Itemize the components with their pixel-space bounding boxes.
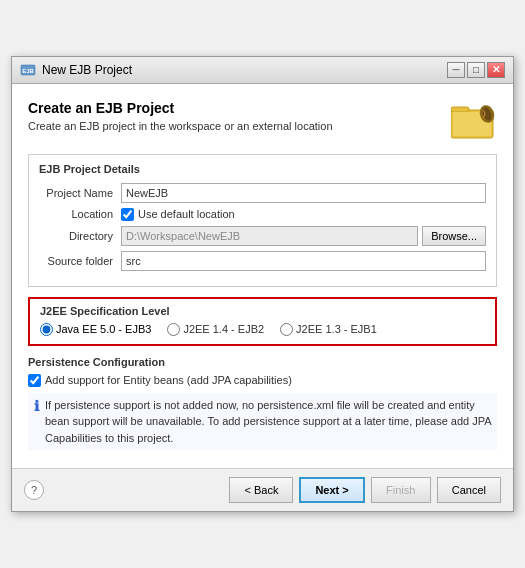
directory-row: Directory Browse... <box>39 226 486 246</box>
maximize-button[interactable]: □ <box>467 62 485 78</box>
j2ee-13-radio[interactable] <box>280 323 293 336</box>
title-bar: EJB New EJB Project ─ □ ✕ <box>12 57 513 84</box>
persistence-info-text: If persistence support is not added now,… <box>45 397 491 447</box>
ejb-icon: EJB <box>20 62 36 78</box>
info-icon: ℹ <box>34 398 39 414</box>
j2ee-14-radio[interactable] <box>167 323 180 336</box>
svg-rect-3 <box>451 107 469 112</box>
project-name-label: Project Name <box>39 187 121 199</box>
next-button[interactable]: Next > <box>299 477 364 503</box>
main-content: Create an EJB Project Create an EJB proj… <box>12 84 513 469</box>
j2ee-radio-group: Java EE 5.0 - EJB3 J2EE 1.4 - EJB2 J2EE … <box>40 323 485 336</box>
project-name-row: Project Name <box>39 183 486 203</box>
page-subtitle: Create an EJB project in the workspace o… <box>28 120 333 132</box>
persistence-checkbox[interactable] <box>28 374 41 387</box>
project-details-title: EJB Project Details <box>39 163 486 175</box>
footer-buttons: < Back Next > Finish Cancel <box>229 477 501 503</box>
j2ee-13-label: J2EE 1.3 - EJB1 <box>296 323 377 335</box>
title-bar-buttons: ─ □ ✕ <box>447 62 505 78</box>
j2ee-14-option: J2EE 1.4 - EJB2 <box>167 323 264 336</box>
close-button[interactable]: ✕ <box>487 62 505 78</box>
use-default-location-checkbox[interactable] <box>121 208 134 221</box>
back-button[interactable]: < Back <box>229 477 293 503</box>
directory-input[interactable] <box>121 226 418 246</box>
j2ee-ee5-option: Java EE 5.0 - EJB3 <box>40 323 151 336</box>
browse-button[interactable]: Browse... <box>422 226 486 246</box>
source-folder-input[interactable] <box>121 251 486 271</box>
title-bar-left: EJB New EJB Project <box>20 62 132 78</box>
persistence-checkbox-row: Add support for Entity beans (add JPA ca… <box>28 374 497 387</box>
j2ee-ee5-radio[interactable] <box>40 323 53 336</box>
source-folder-row: Source folder <box>39 251 486 271</box>
location-row: Location Use default location <box>39 208 486 221</box>
location-checkbox-row: Use default location <box>121 208 235 221</box>
footer: ? < Back Next > Finish Cancel <box>12 468 513 511</box>
help-button[interactable]: ? <box>24 480 44 500</box>
page-title: Create an EJB Project <box>28 100 333 116</box>
folder-icon <box>451 100 497 140</box>
minimize-button[interactable]: ─ <box>447 62 465 78</box>
directory-label: Directory <box>39 230 121 242</box>
j2ee-section: J2EE Specification Level Java EE 5.0 - E… <box>28 297 497 346</box>
j2ee-title: J2EE Specification Level <box>40 305 485 317</box>
project-details-section: EJB Project Details Project Name Locatio… <box>28 154 497 287</box>
j2ee-ee5-label: Java EE 5.0 - EJB3 <box>56 323 151 335</box>
svg-text:EJB: EJB <box>22 68 34 74</box>
cancel-button[interactable]: Cancel <box>437 477 501 503</box>
persistence-info-box: ℹ If persistence support is not added no… <box>28 393 497 451</box>
use-default-location-label: Use default location <box>138 208 235 220</box>
main-window: EJB New EJB Project ─ □ ✕ Create an EJB … <box>11 56 514 513</box>
page-header: Create an EJB Project Create an EJB proj… <box>28 100 497 140</box>
finish-button[interactable]: Finish <box>371 477 431 503</box>
persistence-checkbox-label: Add support for Entity beans (add JPA ca… <box>45 374 292 386</box>
window-title: New EJB Project <box>42 63 132 77</box>
header-text: Create an EJB Project Create an EJB proj… <box>28 100 333 132</box>
project-name-input[interactable] <box>121 183 486 203</box>
persistence-title: Persistence Configuration <box>28 356 497 368</box>
source-folder-label: Source folder <box>39 255 121 267</box>
j2ee-13-option: J2EE 1.3 - EJB1 <box>280 323 377 336</box>
location-label: Location <box>39 208 121 220</box>
persistence-section: Persistence Configuration Add support fo… <box>28 356 497 451</box>
j2ee-14-label: J2EE 1.4 - EJB2 <box>183 323 264 335</box>
